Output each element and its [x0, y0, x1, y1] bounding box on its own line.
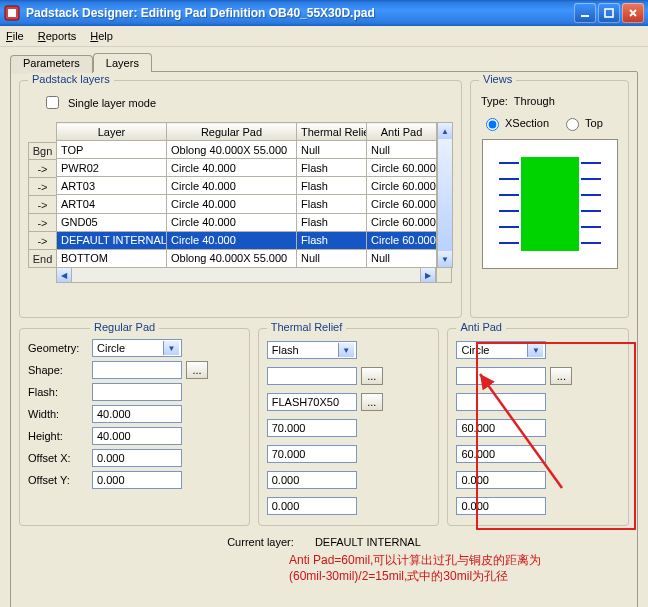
thermal-shape-input[interactable] [267, 367, 357, 385]
regular-geometry-combo[interactable]: Circle▼ [92, 339, 182, 357]
group-anti-legend: Anti Pad [456, 321, 506, 333]
table-cell[interactable]: ART03 [57, 177, 167, 195]
table-cell[interactable]: Circle 40.000 [167, 159, 297, 177]
scroll-left-icon[interactable]: ◀ [56, 267, 72, 283]
table-row[interactable]: ART03Circle 40.000FlashCircle 60.000 [57, 177, 437, 195]
table-cell[interactable]: Circle 60.000 [367, 231, 437, 249]
anti-shape-browse[interactable]: ... [550, 367, 572, 385]
table-cell[interactable]: Flash [297, 159, 367, 177]
scroll-track[interactable] [72, 267, 420, 283]
menu-reports[interactable]: Reports [38, 30, 77, 42]
regular-offx-input[interactable] [92, 449, 182, 467]
thermal-flash-input[interactable] [267, 393, 357, 411]
row-header[interactable]: -> [28, 196, 56, 214]
regular-flash-input[interactable] [92, 383, 182, 401]
table-cell[interactable]: Circle 40.000 [167, 195, 297, 213]
table-cell[interactable]: Circle 60.000 [367, 159, 437, 177]
table-cell[interactable]: Null [297, 249, 367, 267]
scroll-down-icon[interactable]: ▼ [438, 251, 452, 267]
table-cell[interactable]: Circle 40.000 [167, 231, 297, 249]
row-header[interactable]: -> [28, 214, 56, 232]
table-cell[interactable]: Circle 40.000 [167, 177, 297, 195]
radio-xsection[interactable]: XSection [481, 115, 549, 131]
regular-width-input[interactable] [92, 405, 182, 423]
table-cell[interactable]: Circle 60.000 [367, 195, 437, 213]
anti-offy-input[interactable] [456, 497, 546, 515]
anti-width-input[interactable] [456, 419, 546, 437]
anti-flash-input[interactable] [456, 393, 546, 411]
preview-core [521, 157, 579, 251]
col-thermal[interactable]: Thermal Relief [297, 123, 367, 141]
table-cell[interactable]: Oblong 40.000X 55.000 [167, 249, 297, 267]
tab-parameters[interactable]: Parameters [10, 55, 93, 74]
regular-shape-browse[interactable]: ... [186, 361, 208, 379]
table-cell[interactable]: Circle 40.000 [167, 213, 297, 231]
thermal-height-input[interactable] [267, 445, 357, 463]
col-anti[interactable]: Anti Pad [367, 123, 437, 141]
table-cell[interactable]: Flash [297, 195, 367, 213]
views-type-label: Type: [481, 95, 508, 107]
group-padstack-layers-legend: Padstack layers [28, 73, 114, 85]
table-cell[interactable]: Circle 60.000 [367, 177, 437, 195]
thermal-offy-input[interactable] [267, 497, 357, 515]
row-header[interactable]: -> [28, 160, 56, 178]
table-row[interactable]: BOTTOMOblong 40.000X 55.000NullNull [57, 249, 437, 267]
radio-top[interactable]: Top [561, 115, 603, 131]
table-row[interactable]: GND05Circle 40.000FlashCircle 60.000 [57, 213, 437, 231]
close-button[interactable] [622, 3, 644, 23]
layers-table[interactable]: Layer Regular Pad Thermal Relief Anti Pa… [56, 122, 437, 268]
thermal-geometry-combo[interactable]: Flash▼ [267, 341, 357, 359]
titlebar: Padstack Designer: Editing Pad Definitio… [0, 0, 648, 26]
row-header[interactable]: Bgn [28, 142, 56, 160]
row-header[interactable]: -> [28, 232, 56, 250]
table-cell[interactable]: GND05 [57, 213, 167, 231]
anti-shape-input[interactable] [456, 367, 546, 385]
anti-height-input[interactable] [456, 445, 546, 463]
table-cell[interactable]: Flash [297, 231, 367, 249]
anti-offx-input[interactable] [456, 471, 546, 489]
table-cell[interactable]: Flash [297, 177, 367, 195]
layers-hscrollbar[interactable]: ◀ ▶ [56, 267, 452, 283]
anti-geometry-combo[interactable]: Circle▼ [456, 341, 546, 359]
row-header[interactable]: -> [28, 178, 56, 196]
col-layer[interactable]: Layer [57, 123, 167, 141]
table-cell[interactable]: TOP [57, 141, 167, 159]
regular-height-input[interactable] [92, 427, 182, 445]
table-cell[interactable]: Null [367, 249, 437, 267]
thermal-width-input[interactable] [267, 419, 357, 437]
layers-vscrollbar[interactable]: ▲ ▼ [437, 122, 453, 268]
col-regular[interactable]: Regular Pad [167, 123, 297, 141]
table-row[interactable]: TOPOblong 40.000X 55.000NullNull [57, 141, 437, 159]
table-cell[interactable]: Circle 60.000 [367, 213, 437, 231]
table-cell[interactable]: Flash [297, 213, 367, 231]
table-cell[interactable]: Null [297, 141, 367, 159]
label-width: Width: [28, 408, 86, 420]
table-row[interactable]: ART04Circle 40.000FlashCircle 60.000 [57, 195, 437, 213]
scroll-up-icon[interactable]: ▲ [438, 123, 452, 139]
table-cell[interactable]: BOTTOM [57, 249, 167, 267]
menu-file[interactable]: File [6, 30, 24, 42]
scroll-thumb[interactable] [438, 139, 452, 251]
chevron-down-icon: ▼ [527, 343, 543, 357]
tab-layers[interactable]: Layers [93, 53, 152, 72]
thermal-shape-browse[interactable]: ... [361, 367, 383, 385]
single-layer-checkbox[interactable] [46, 96, 59, 109]
maximize-button[interactable] [598, 3, 620, 23]
table-row[interactable]: PWR02Circle 40.000FlashCircle 60.000 [57, 159, 437, 177]
table-cell[interactable]: DEFAULT INTERNAL [57, 231, 167, 249]
scroll-right-icon[interactable]: ▶ [420, 267, 436, 283]
svg-rect-1 [8, 9, 16, 17]
menu-help[interactable]: Help [90, 30, 113, 42]
regular-offy-input[interactable] [92, 471, 182, 489]
thermal-flash-browse[interactable]: ... [361, 393, 383, 411]
minimize-button[interactable] [574, 3, 596, 23]
table-row[interactable]: DEFAULT INTERNALCircle 40.000FlashCircle… [57, 231, 437, 249]
table-cell[interactable]: Oblong 40.000X 55.000 [167, 141, 297, 159]
thermal-offx-input[interactable] [267, 471, 357, 489]
table-cell[interactable]: Null [367, 141, 437, 159]
table-cell[interactable]: ART04 [57, 195, 167, 213]
regular-shape-input[interactable] [92, 361, 182, 379]
row-headers: Bgn -> -> -> -> -> End [28, 142, 56, 268]
row-header[interactable]: End [28, 250, 56, 268]
table-cell[interactable]: PWR02 [57, 159, 167, 177]
